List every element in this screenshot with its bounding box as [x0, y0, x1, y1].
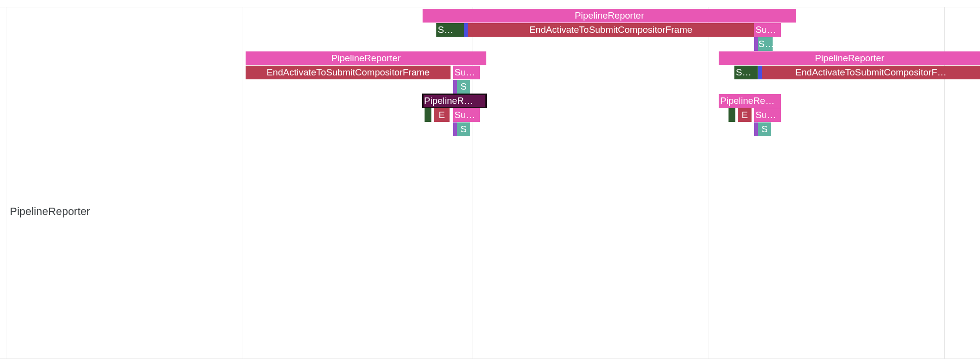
slice-g2-end[interactable]: EndActivateToSubmitCompositorFrame	[246, 66, 451, 79]
slice-g1-s2[interactable]: S…	[758, 37, 773, 51]
slice-g3-p1[interactable]	[453, 122, 457, 136]
slice-g1-p1[interactable]	[754, 37, 758, 51]
slice-g4-sub[interactable]: Sub…	[754, 108, 781, 122]
slice-g2b-b1[interactable]	[758, 66, 762, 79]
gridline	[708, 0, 708, 359]
track-label-pipelinereporter[interactable]: PipelineReporter	[10, 205, 90, 218]
slice-g1-sub[interactable]: Sub…	[754, 23, 781, 37]
slice-g3-pipeline[interactable]: PipelineR…	[423, 94, 486, 108]
slice-g3-sub[interactable]: Sub…	[453, 108, 480, 122]
slice-g1-b1[interactable]	[464, 23, 468, 37]
slice-g2b-se[interactable]: Se…	[734, 66, 758, 79]
slice-g4-p1[interactable]	[754, 122, 758, 136]
slice-g3-e[interactable]: E	[434, 108, 450, 122]
slice-g1-pipeline[interactable]: PipelineReporter	[423, 9, 796, 23]
slice-g4-dg[interactable]	[729, 108, 735, 122]
slice-g4-pipeline[interactable]: PipelineRe…	[719, 94, 781, 108]
slice-g2-p1[interactable]	[453, 80, 457, 94]
slice-g3-s[interactable]: S	[457, 122, 470, 136]
slice-g1-s[interactable]: S…	[436, 23, 464, 37]
slice-g3-dg[interactable]	[425, 108, 431, 122]
time-ruler[interactable]	[0, 0, 980, 7]
slice-g4-e[interactable]: E	[738, 108, 752, 122]
gridline	[243, 0, 243, 359]
slice-g2-s2[interactable]: S	[457, 80, 470, 94]
slice-g2b-end[interactable]: EndActivateToSubmitCompositorF…	[762, 66, 980, 79]
slice-g2-pipeline[interactable]: PipelineReporter	[246, 51, 486, 65]
slice-g2-sub[interactable]: Sub…	[453, 66, 480, 79]
slice-g4-s[interactable]: S	[758, 122, 771, 136]
slice-g1-end[interactable]: EndActivateToSubmitCompositorFrame	[468, 23, 754, 37]
slice-g2b-pipeline[interactable]: PipelineReporter	[719, 51, 980, 65]
gridline	[6, 0, 6, 359]
